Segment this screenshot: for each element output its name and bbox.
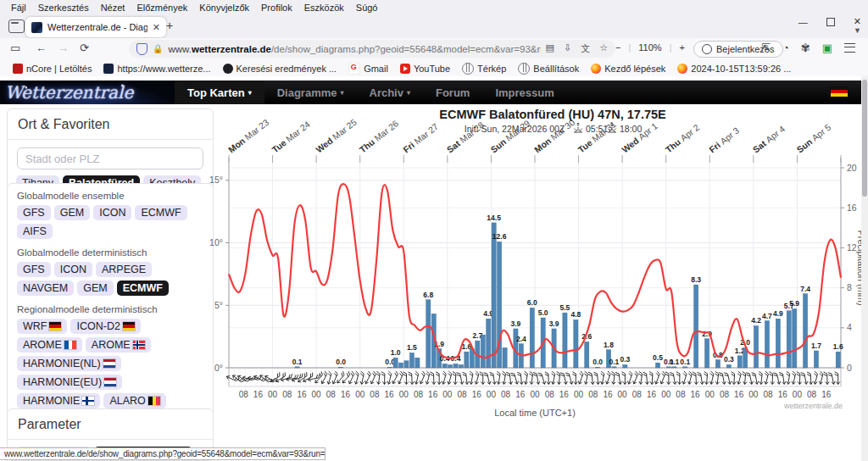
scrollbar-thumb[interactable]: [862, 80, 867, 197]
precip-bar: [409, 353, 414, 368]
svg-text:0.0: 0.0: [593, 358, 603, 366]
svg-text:16: 16: [734, 390, 744, 399]
menu-szerkesztés[interactable]: Szerkesztés: [32, 3, 95, 13]
bookmark-item[interactable]: nCore | Letöltés: [7, 64, 97, 74]
tab-close-icon[interactable]: ✕: [153, 22, 160, 33]
window-maximize-button[interactable]: [826, 18, 835, 26]
precip-bar: [585, 342, 589, 368]
svg-text:Local time (UTC+1): Local time (UTC+1): [494, 408, 576, 418]
bookmark-item[interactable]: Gmail: [342, 63, 394, 75]
svg-text:0.0: 0.0: [336, 358, 346, 366]
day-label: Thu Mar 26: [358, 118, 401, 154]
bookmark-item[interactable]: Keresési eredmények ...: [217, 64, 343, 74]
precip-bar: [754, 325, 758, 368]
bookmark-item[interactable]: Térkép: [456, 63, 512, 75]
back-icon[interactable]: ←: [36, 42, 47, 54]
svg-text:08: 08: [632, 390, 643, 399]
svg-text:5°: 5°: [214, 300, 223, 310]
menu-nézet[interactable]: Nézet: [95, 3, 131, 13]
downloads-extension-icon[interactable]: ▣: [822, 42, 832, 54]
firefox-view-icon[interactable]: [8, 19, 25, 33]
day-label: Sun Apr 5: [794, 122, 832, 155]
svg-text:00: 00: [661, 390, 671, 399]
bookmark-item[interactable]: Kezdő lépések: [585, 64, 671, 74]
zoom-in-icon[interactable]: +: [679, 42, 684, 53]
day-label: Fri Mar 27: [401, 121, 440, 155]
navigation-toolbar: ▭ ← → ⟳ 🔒 www.wetterzentrale.de/de/show_…: [0, 38, 868, 60]
menu-fájl[interactable]: Fájl: [5, 3, 32, 13]
svg-text:0.1: 0.1: [669, 358, 679, 366]
page-scrollbar[interactable]: [861, 76, 868, 461]
bookmark-item[interactable]: https://www.wetterze...: [97, 64, 216, 74]
menu-profilok[interactable]: Profilok: [255, 3, 298, 13]
day-label: Mon Mar 30: [532, 117, 577, 155]
bookmark-item[interactable]: Beállítások: [512, 63, 585, 75]
new-tab-button[interactable]: +: [166, 19, 173, 32]
svg-text:6.0: 6.0: [527, 298, 537, 307]
svg-text:4.2: 4.2: [751, 316, 761, 325]
youtube-icon: [400, 64, 410, 74]
menu-súgó[interactable]: Súgó: [350, 3, 384, 13]
precip-bar: [623, 364, 627, 368]
svg-text:0.3: 0.3: [620, 355, 630, 364]
svg-text:00: 00: [530, 390, 540, 399]
svg-text:00: 00: [748, 390, 759, 399]
save-page-icon[interactable]: ⇩: [564, 42, 571, 55]
svg-text:08: 08: [501, 390, 511, 399]
svg-text:1.5: 1.5: [407, 343, 417, 352]
precip-bar: [765, 321, 769, 368]
translate-icon[interactable]: 文: [581, 42, 590, 55]
precip-bar: [715, 360, 720, 368]
svg-text:08: 08: [545, 390, 555, 399]
svg-text:16: 16: [559, 390, 570, 399]
sidebar-toggle-icon[interactable]: ▭: [10, 42, 20, 54]
firefox-icon: [677, 64, 687, 74]
menu-könyvjelzők[interactable]: Könyvjelzők: [193, 3, 255, 13]
svg-text:5.9: 5.9: [789, 299, 799, 308]
chart-subtitle: Init: Sun, 22Mar2026 00Z: [465, 124, 565, 134]
tab-favicon-icon: [31, 22, 42, 33]
url-bar[interactable]: 🔒 www.wetterzentrale.de/de/show_diagrams…: [129, 40, 615, 58]
window-minimize-button[interactable]: —: [798, 17, 808, 27]
reader-mode-icon[interactable]: ▤: [546, 42, 554, 55]
svg-text:0: 0: [847, 363, 852, 373]
svg-text:2.4: 2.4: [516, 335, 526, 343]
zoom-level[interactable]: 110%: [638, 42, 661, 53]
precip-bar: [683, 367, 687, 368]
reload-icon[interactable]: ⟳: [80, 42, 89, 54]
urlbar-icons: ▤ ⇩ 文 ☆: [546, 42, 609, 55]
precip-bar: [426, 300, 431, 368]
menu-előzmények[interactable]: Előzmények: [131, 3, 193, 13]
forward-icon[interactable]: →: [58, 42, 69, 54]
precip-bar: [492, 223, 496, 368]
extension-icon[interactable]: ✾: [801, 42, 810, 54]
precip-bar: [595, 367, 599, 368]
precip-bar: [339, 367, 343, 368]
bookmark-item[interactable]: YouTube: [394, 64, 456, 74]
svg-text:3.9: 3.9: [549, 319, 559, 328]
svg-text:00: 00: [705, 390, 715, 399]
precip-bar: [481, 335, 485, 368]
privacy-extension-icon[interactable]: ◔: [782, 42, 789, 54]
svg-text:08: 08: [326, 390, 337, 399]
svg-text:5.0: 5.0: [538, 308, 548, 317]
bookmark-star-icon[interactable]: ☆: [599, 42, 608, 55]
tracking-shield-icon[interactable]: [136, 43, 147, 55]
menu-hamburger-icon[interactable]: [844, 43, 855, 53]
svg-text:0.1: 0.1: [292, 358, 303, 366]
send-to-device-icon[interactable]: ⇱: [761, 42, 771, 54]
bookmark-item[interactable]: 2024-10-15T13:59:26 ...: [671, 64, 797, 74]
svg-text:08: 08: [676, 390, 686, 399]
svg-text:0.5: 0.5: [653, 353, 663, 362]
account-icon: [702, 44, 712, 54]
svg-text:16: 16: [515, 390, 526, 399]
window-controls: — ✕: [798, 16, 861, 27]
menu-eszközök[interactable]: Eszközök: [298, 3, 350, 13]
precip-bar: [666, 367, 670, 368]
browser-tab[interactable]: Wetterzentrale.de - Diagramme ✕: [25, 17, 166, 37]
list-all-tabs-icon[interactable]: ▼: [854, 26, 861, 35]
precip-bar: [453, 364, 458, 368]
zoom-out-icon[interactable]: −: [615, 42, 620, 53]
day-label: Wed Mar 25: [314, 117, 359, 155]
svg-text:8: 8: [847, 282, 852, 292]
